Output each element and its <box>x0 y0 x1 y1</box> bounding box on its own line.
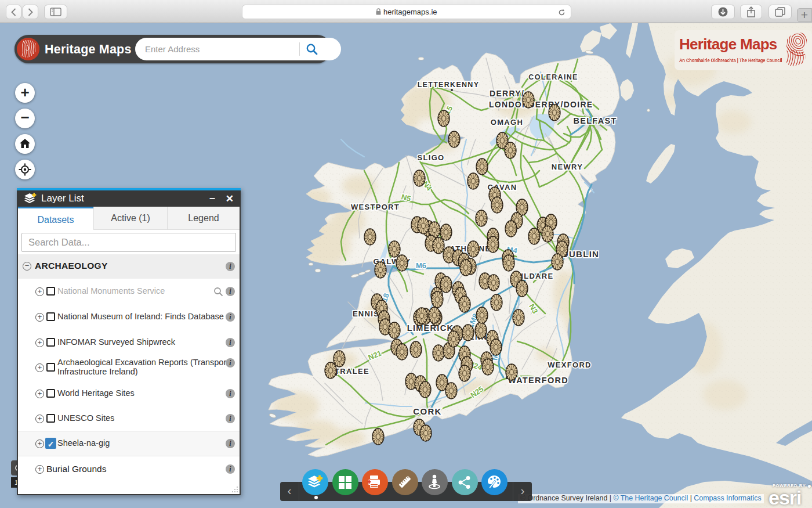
svg-text:WESTPORT: WESTPORT <box>351 203 400 211</box>
svg-text:WATERFORD: WATERFORD <box>508 376 568 385</box>
svg-text:BELFAST: BELFAST <box>573 116 617 125</box>
svg-text:LETTERKENNY: LETTERKENNY <box>418 81 480 89</box>
svg-text:OMAGH: OMAGH <box>491 118 523 127</box>
svg-text:COLERAINE: COLERAINE <box>528 73 578 81</box>
svg-text:NEWRY: NEWRY <box>552 163 583 171</box>
svg-text:DERRY/: DERRY/ <box>490 89 524 98</box>
svg-text:WEXFORD: WEXFORD <box>548 361 592 369</box>
svg-text:SLIGO: SLIGO <box>418 153 445 162</box>
svg-text:LONDONDERRY/DOIRE: LONDONDERRY/DOIRE <box>489 100 593 109</box>
svg-text:TRALEE: TRALEE <box>335 367 369 376</box>
svg-text:CORK: CORK <box>413 406 441 416</box>
svg-text:LIMERICK: LIMERICK <box>407 323 454 333</box>
svg-text:M6: M6 <box>416 261 426 270</box>
svg-text:ENNIS: ENNIS <box>353 309 379 318</box>
